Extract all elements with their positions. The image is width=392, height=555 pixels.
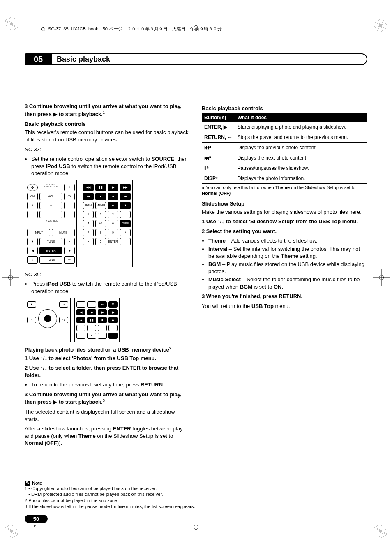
txt: to select 'Slideshow Setup' from the USB…: [224, 218, 358, 224]
rc-btn: ✖: [108, 301, 118, 308]
kw-bgm: BGM: [208, 261, 221, 267]
rc-btn: ⏮: [83, 193, 94, 200]
txt: 2 Select the setting you want.: [202, 228, 277, 234]
txt: Press: [31, 281, 46, 287]
rc-btn: ↗: [64, 238, 75, 245]
rc-btn: ⏭: [120, 193, 131, 200]
rc-btn: [108, 333, 118, 339]
controls-table: Button(s) What it does ENTER, ▶Starts di…: [202, 113, 367, 184]
p-enter-toggle: After a slideshow launches, pressing ENT…: [25, 425, 190, 447]
rc-btn: 8: [95, 229, 106, 236]
rc-btn: ↩: [108, 202, 118, 209]
li-theme: Theme – Add various effects to the slide…: [208, 237, 367, 245]
rc-btn: TUNE: [39, 238, 62, 245]
p-slideshow: Make the various settings for playing sl…: [202, 208, 367, 216]
heading-slideshow: Slideshow Setup: [202, 201, 367, 207]
dot-icon: [41, 27, 45, 31]
rc-label: SOURCETV RECEIVER: [39, 184, 62, 191]
right-column: Basic playback controls Button(s) What i…: [202, 102, 367, 449]
rc-btn: ⏭: [108, 317, 118, 323]
txt: on the Slideshow Setup is set to: [290, 185, 355, 190]
rc-btn: ✖: [27, 301, 36, 308]
txt: 1 Use: [25, 355, 40, 361]
kw-ipodusb: iPod USB: [46, 281, 71, 287]
rc-btn: ↗: [59, 301, 68, 308]
heading-basic-controls: Basic playback controls: [25, 121, 190, 127]
rc-btn-enter: ENTER: [39, 247, 62, 254]
cell-btn: ⏮ᵃ: [202, 143, 235, 153]
remote-panel-left: ⏻ SOURCETV RECEIVER + CH VOL VOL + + — —…: [25, 180, 77, 267]
table-row: ENTER, ▶Starts displaying a photo and pl…: [202, 122, 367, 132]
p-basic-controls: This receiver's remote control buttons c…: [25, 129, 190, 143]
remote-figure-sc35: ✖ ↗ ⌂ ↪: [25, 298, 190, 342]
table-footnote: a.You can only use this button when Them…: [202, 185, 367, 197]
rc-btn: ❚❚: [95, 184, 106, 191]
kw-normaloff: Normal (OFF): [202, 191, 231, 196]
li-sc35: Press iPod USB to switch the remote cont…: [31, 280, 190, 295]
txt: After a slideshow launches, pressing: [25, 426, 113, 432]
kw-bgm: BGM: [240, 284, 252, 290]
rc-btn: +5: [95, 220, 106, 227]
rc-btn: ◀◀: [83, 184, 94, 191]
rc-btn: [120, 211, 131, 218]
txt: To return to the previous level any time…: [31, 382, 141, 388]
rc-btn: ▶: [64, 247, 75, 254]
rc-btn: VOL: [39, 193, 62, 200]
cell-btn: ENTER, ▶: [202, 122, 235, 132]
chapter-bar: 05 Basic playback: [25, 53, 367, 65]
rc-btn: ▶: [108, 184, 118, 191]
rc-btn: —: [120, 238, 131, 245]
model-sc35: SC-35:: [25, 271, 190, 278]
rc-btn: ▶: [108, 309, 118, 315]
cell-btn: RETURN, ←: [202, 132, 235, 143]
th-what: What it does: [235, 113, 367, 122]
rc-btn: •: [83, 238, 94, 245]
rc-btn: MENU: [95, 202, 106, 209]
rc-btn: [98, 325, 107, 331]
table-row: RETURN, ←Stops the player and returns to…: [202, 132, 367, 143]
table-row: ⏮ᵃDisplays the previous photo content.: [202, 143, 367, 153]
reg-mark-tr: [373, 18, 388, 33]
txt: a.You can only use this button when: [202, 185, 275, 190]
rc-btn: —: [39, 211, 62, 218]
play-icon: ▶: [53, 111, 57, 117]
rc-btn: 3: [108, 211, 118, 218]
cell-btn: DISPᵃ: [202, 173, 235, 184]
page-number: 50: [25, 515, 48, 523]
li-music-select: Music Select – Select the folder contain…: [208, 276, 367, 290]
table-row: ⅡᵃPauses/unpauses the slideshow.: [202, 163, 367, 173]
cell-btn: Ⅱᵃ: [202, 163, 235, 173]
rc-btn: —: [27, 211, 38, 218]
th-buttons: Button(s): [202, 113, 235, 122]
rc-btn: 4: [83, 220, 94, 227]
photo-step2: 2 Use ↑/↓ to select a folder, then press…: [25, 364, 190, 379]
ss-step2: 2 Select the setting you want.: [202, 228, 367, 235]
rc-btn: ◀: [27, 247, 38, 254]
txt: Set the remote control operation selecto…: [31, 156, 152, 162]
kw-music-select: Music Select: [208, 276, 241, 282]
rc-btn: ↪: [64, 256, 75, 264]
cell-desc: Starts displaying a photo and playing a …: [235, 122, 367, 132]
crosshair-right: [373, 269, 390, 286]
rc-btn: 6: [108, 220, 118, 227]
txt: to start playback.: [57, 111, 103, 117]
rc-btn: [108, 325, 118, 331]
photo-step3: 3 Continue browsing until you arrive at …: [25, 391, 190, 406]
rc-btn: PGM: [83, 202, 94, 209]
kw-interval: Interval: [208, 246, 227, 252]
rc-btn: ⏻: [27, 184, 38, 191]
heading-basic-controls-2: Basic playback controls: [202, 105, 367, 111]
kw-ipodusb: iPod USB: [46, 163, 70, 169]
cell-desc: Stops the player and returns to the prev…: [235, 132, 367, 143]
updown-icon: ↑/↓: [217, 218, 224, 224]
footnote-ref-2: 2: [169, 346, 171, 350]
rc-btn: +: [39, 202, 62, 209]
txt: to select 'Photos' from the USB Top menu…: [47, 355, 156, 361]
txt: ).: [59, 440, 62, 446]
footnote-ref-3: 3: [103, 398, 105, 402]
li-interval: Interval – Set the interval for switchin…: [208, 245, 367, 260]
kw-theme: Theme: [275, 185, 290, 190]
rc-btn: ENTER: [108, 238, 118, 245]
rc-btn: [87, 301, 96, 308]
rc-btn: •: [87, 333, 96, 339]
